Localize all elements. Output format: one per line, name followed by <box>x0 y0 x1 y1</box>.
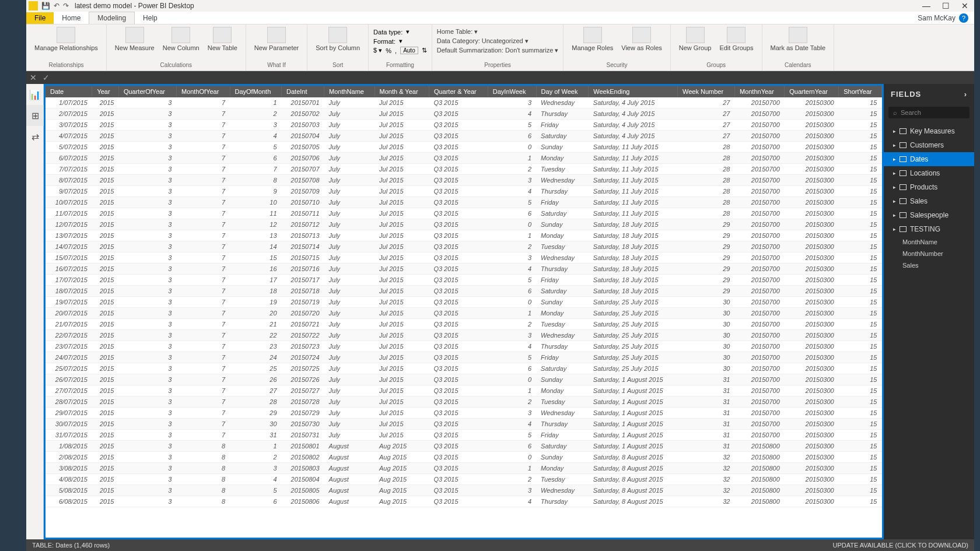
cell[interactable]: 2015 <box>92 197 119 208</box>
cell[interactable]: Q3 2015 <box>429 352 488 363</box>
cell[interactable]: 21 <box>230 319 282 330</box>
cell[interactable]: 15 <box>839 396 882 408</box>
cell[interactable]: 22 <box>230 330 282 341</box>
cell[interactable]: 20150300 <box>785 241 839 252</box>
cell[interactable]: Q3 2015 <box>429 341 488 352</box>
cell[interactable]: 20150300 <box>785 197 839 208</box>
cell[interactable]: 7 <box>176 385 230 396</box>
cell[interactable]: 2015 <box>92 108 119 120</box>
cell[interactable]: Jul 2015 <box>374 120 429 131</box>
cell[interactable]: 20150723 <box>282 341 324 352</box>
cell[interactable]: 3 <box>118 485 176 496</box>
cell[interactable]: 20150800 <box>734 452 784 463</box>
field-table-sales[interactable]: ▸Sales <box>884 194 974 208</box>
table-row[interactable]: 22/07/20152015372220150722JulyJul 2015Q3… <box>46 330 882 341</box>
cell[interactable]: 8 <box>176 441 230 452</box>
cell[interactable]: 20150708 <box>282 175 324 186</box>
cell[interactable]: 6 <box>488 441 536 452</box>
cell[interactable]: 20150300 <box>785 208 839 219</box>
cell[interactable]: 8 <box>176 485 230 496</box>
cell[interactable]: July <box>324 142 374 153</box>
cell[interactable]: 29 <box>678 219 735 230</box>
cell[interactable]: 20150700 <box>734 341 784 352</box>
cell[interactable]: 18/07/2015 <box>46 286 92 297</box>
cell[interactable]: 20150300 <box>785 230 839 241</box>
new-measure-button[interactable]: New Measure <box>111 26 158 53</box>
cell[interactable]: Q3 2015 <box>429 286 488 297</box>
cell[interactable]: 3/08/2015 <box>46 463 92 474</box>
cell[interactable]: Saturday, 8 August 2015 <box>589 485 678 496</box>
cell[interactable]: 20150300 <box>785 219 839 230</box>
column-header[interactable]: Quarter & Year <box>429 86 488 97</box>
cell[interactable]: Q3 2015 <box>429 208 488 219</box>
data-category-dropdown[interactable]: Data Category: Uncategorized ▾ <box>437 37 559 45</box>
cell[interactable]: July <box>324 275 374 286</box>
column-header[interactable]: ShortYear <box>839 86 882 97</box>
table-row[interactable]: 6/07/2015201537620150706JulyJul 2015Q3 2… <box>46 153 882 164</box>
cell[interactable]: 29 <box>678 230 735 241</box>
cell[interactable]: Saturday <box>536 363 589 374</box>
cell[interactable]: Jul 2015 <box>374 419 429 430</box>
cell[interactable]: 14/07/2015 <box>46 241 92 252</box>
cell[interactable]: 20150300 <box>785 363 839 374</box>
cell[interactable]: July <box>324 330 374 341</box>
cell[interactable]: 7 <box>176 97 230 108</box>
cell[interactable]: 4 <box>230 131 282 142</box>
cell[interactable]: Q3 2015 <box>429 319 488 330</box>
cell[interactable]: 17/07/2015 <box>46 275 92 286</box>
manage-roles-button[interactable]: Manage Roles <box>568 26 617 53</box>
cell[interactable]: 30 <box>678 297 735 308</box>
cell[interactable]: Saturday, 18 July 2015 <box>589 241 678 252</box>
cell[interactable]: 13/07/2015 <box>46 230 92 241</box>
cell[interactable]: 2 <box>488 474 536 485</box>
cell[interactable]: 30 <box>678 341 735 352</box>
table-row[interactable]: 18/07/20152015371820150718JulyJul 2015Q3… <box>46 286 882 297</box>
cell[interactable]: 15 <box>839 330 882 341</box>
cell[interactable]: 7 <box>176 108 230 120</box>
percent-icon[interactable]: % <box>386 47 391 54</box>
cell[interactable]: 2 <box>488 164 536 175</box>
new-column-button[interactable]: New Column <box>159 26 203 53</box>
cell[interactable]: 15 <box>839 474 882 485</box>
cell[interactable]: 28 <box>678 142 735 153</box>
cell[interactable]: 3 <box>118 230 176 241</box>
column-header[interactable]: Week Number <box>678 86 735 97</box>
cell[interactable]: 20150730 <box>282 419 324 430</box>
table-row[interactable]: 30/07/20152015373020150730JulyJul 2015Q3… <box>46 419 882 430</box>
cell[interactable]: 21/07/2015 <box>46 319 92 330</box>
cell[interactable]: 4 <box>488 186 536 197</box>
cell[interactable]: 15 <box>839 374 882 385</box>
cell[interactable]: 0 <box>488 219 536 230</box>
cell[interactable]: 29 <box>230 408 282 419</box>
cell[interactable]: Saturday, 1 August 2015 <box>589 374 678 385</box>
cell[interactable]: 1 <box>488 230 536 241</box>
cell[interactable]: 20150806 <box>282 496 324 507</box>
table-row[interactable]: 23/07/20152015372320150723JulyJul 2015Q3… <box>46 341 882 352</box>
cell[interactable]: 31 <box>678 408 735 419</box>
table-row[interactable]: 4/08/2015201538420150804AugustAug 2015Q3… <box>46 474 882 485</box>
cell[interactable]: Jul 2015 <box>374 341 429 352</box>
cell[interactable]: 27 <box>230 385 282 396</box>
commit-formula-icon[interactable]: ✓ <box>43 73 50 82</box>
cell[interactable]: 20150702 <box>282 108 324 120</box>
cell[interactable]: 7 <box>176 419 230 430</box>
cell[interactable]: Tuesday <box>536 241 589 252</box>
cell[interactable]: 20150700 <box>734 175 784 186</box>
cell[interactable]: 15 <box>839 408 882 419</box>
cell[interactable]: 3 <box>118 252 176 264</box>
cell[interactable]: Saturday, 25 July 2015 <box>589 319 678 330</box>
format-label[interactable]: Format: <box>373 38 396 45</box>
cell[interactable]: 24 <box>230 352 282 363</box>
table-row[interactable]: 7/07/2015201537720150707JulyJul 2015Q3 2… <box>46 164 882 175</box>
cell[interactable]: 3 <box>488 175 536 186</box>
cell[interactable]: 15 <box>839 419 882 430</box>
cell[interactable]: July <box>324 175 374 186</box>
cell[interactable]: Jul 2015 <box>374 385 429 396</box>
cell[interactable]: 28 <box>678 164 735 175</box>
cell[interactable]: 7 <box>230 164 282 175</box>
cell[interactable]: 15 <box>839 230 882 241</box>
tab-modeling[interactable]: Modeling <box>89 12 135 24</box>
redo-icon[interactable]: ↷ <box>63 2 69 10</box>
cell[interactable]: 20150803 <box>282 463 324 474</box>
cell[interactable]: 20150720 <box>282 308 324 319</box>
